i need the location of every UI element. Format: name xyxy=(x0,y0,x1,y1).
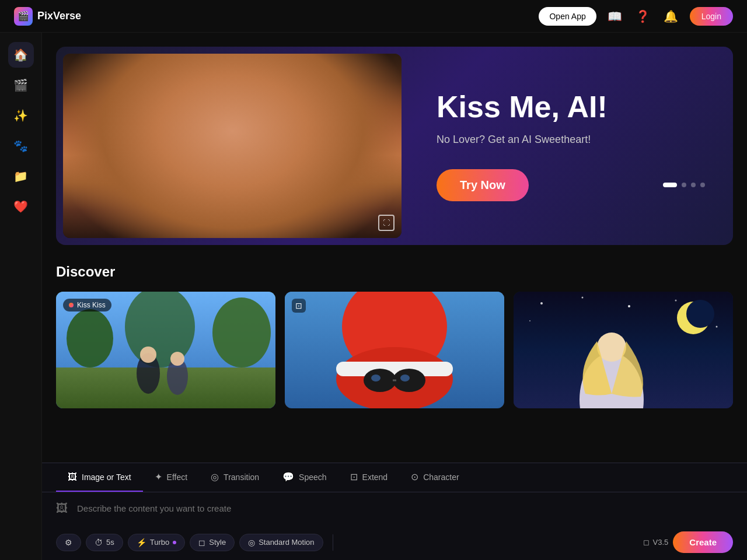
toolbar-bottom-row: ⚙ ⏱ 5s ⚡ Turbo ◻ Style ◎ Standard Motion… xyxy=(42,524,747,560)
toolbar-input-area: 🖼 xyxy=(42,492,747,524)
svg-point-27 xyxy=(686,300,714,328)
hero-banner: ⛶ Kiss Me, AI! No Lover? Get an AI Sweet… xyxy=(56,47,733,245)
image-or-text-icon: 🖼 xyxy=(68,472,77,482)
logo[interactable]: 🎬 PixVerse xyxy=(14,7,81,26)
svg-point-20 xyxy=(582,297,584,299)
settings-button[interactable]: ⚙ xyxy=(56,534,81,551)
tab-speech[interactable]: 💬 Speech xyxy=(271,463,338,492)
card-santa-image xyxy=(285,292,504,408)
card-badge-kiss: Kiss Kiss xyxy=(63,299,111,312)
tab-label-character: Character xyxy=(423,473,459,482)
style-button[interactable]: ◻ Style xyxy=(190,534,235,551)
transition-icon: ◎ xyxy=(211,471,219,482)
logo-text: PixVerse xyxy=(37,10,81,22)
create-button[interactable]: Create xyxy=(673,531,733,553)
turbo-dot xyxy=(173,541,176,544)
sidebar: 🏠 🎬 ✨ 🐾 📁 ❤️ xyxy=(0,33,42,560)
turbo-icon: ⚡ xyxy=(137,538,146,547)
sidebar-item-heart[interactable]: ❤️ xyxy=(8,194,34,219)
try-now-button[interactable]: Try Now xyxy=(437,169,529,201)
carousel-dot-2[interactable] xyxy=(682,183,686,187)
fantasy-svg xyxy=(514,292,733,408)
discover-card-fantasy[interactable] xyxy=(514,292,733,408)
version-display: ◻ V3.5 xyxy=(643,538,669,547)
tab-label-effect: Effect xyxy=(167,473,188,482)
top-nav: 🎬 PixVerse Open App 📖 ❓ 🔔 Login xyxy=(0,0,747,33)
card-extend-icon: ⊡ xyxy=(292,299,306,313)
badge-text: Kiss Kiss xyxy=(77,301,106,309)
turbo-button[interactable]: ⚡ Turbo xyxy=(128,534,185,551)
prompt-input[interactable] xyxy=(77,503,733,513)
help-icon[interactable]: ❓ xyxy=(634,7,652,26)
carousel-dots xyxy=(663,183,705,187)
motion-label: Standard Motion xyxy=(259,538,314,547)
settings-icon: ⚙ xyxy=(65,538,72,547)
sidebar-item-folder[interactable]: 📁 xyxy=(8,163,34,189)
character-icon: ⊙ xyxy=(411,471,418,482)
svg-rect-1 xyxy=(56,368,275,408)
svg-point-2 xyxy=(67,309,113,368)
tab-extend[interactable]: ⊡ Extend xyxy=(338,463,400,492)
carousel-dot-1[interactable] xyxy=(663,183,677,187)
svg-point-6 xyxy=(140,346,156,363)
sidebar-item-sparkle[interactable]: ✨ xyxy=(8,103,34,128)
speech-icon: 💬 xyxy=(282,471,294,482)
open-app-button[interactable]: Open App xyxy=(539,7,596,26)
card-fantasy-image xyxy=(514,292,733,408)
tab-label-speech: Speech xyxy=(299,473,326,482)
carousel-dot-4[interactable] xyxy=(700,183,705,187)
sidebar-item-home[interactable]: 🏠 xyxy=(8,42,34,68)
svg-point-19 xyxy=(540,302,543,304)
tab-label-transition: Transition xyxy=(224,473,259,482)
svg-point-3 xyxy=(212,298,271,368)
tab-label-image-or-text: Image or Text xyxy=(82,473,131,482)
tab-effect[interactable]: ✦ Effect xyxy=(143,463,200,492)
svg-point-13 xyxy=(364,369,396,392)
sidebar-item-video[interactable]: 🎬 xyxy=(8,72,34,98)
discover-card-anime[interactable]: Kiss Kiss xyxy=(56,292,275,408)
hero-subtitle: No Lover? Get an AI Sweetheart! xyxy=(437,134,705,146)
motion-button[interactable]: ◎ Standard Motion xyxy=(239,534,323,551)
svg-point-8 xyxy=(170,352,184,366)
toolbar-divider xyxy=(333,534,333,551)
expand-icon[interactable]: ⛶ xyxy=(378,215,395,231)
tab-character[interactable]: ⊙ Character xyxy=(399,463,470,492)
svg-point-14 xyxy=(393,369,425,392)
svg-point-21 xyxy=(628,305,630,307)
hero-text: Kiss Me, AI! No Lover? Get an AI Sweethe… xyxy=(409,47,733,245)
book-icon[interactable]: 📖 xyxy=(606,7,624,26)
discover-card-santa[interactable]: ⊡ xyxy=(285,292,504,408)
santa-svg xyxy=(285,292,504,408)
carousel-dot-3[interactable] xyxy=(691,183,696,187)
hero-image: ⛶ xyxy=(63,54,402,238)
toolbar-tabs: 🖼 Image or Text ✦ Effect ◎ Transition 💬 … xyxy=(42,463,747,492)
discover-title: Discover xyxy=(56,264,733,280)
duration-icon: ⏱ xyxy=(95,538,103,547)
duration-button[interactable]: ⏱ 5s xyxy=(86,534,123,551)
turbo-label: Turbo xyxy=(150,538,169,547)
effect-icon: ✦ xyxy=(155,471,162,482)
tab-label-extend: Extend xyxy=(362,473,388,482)
svg-rect-12 xyxy=(336,362,453,376)
sidebar-item-pet[interactable]: 🐾 xyxy=(8,133,34,159)
hero-cta: Try Now xyxy=(437,169,705,201)
duration-label: 5s xyxy=(106,538,114,547)
hero-title: Kiss Me, AI! xyxy=(437,90,705,124)
tab-transition[interactable]: ◎ Transition xyxy=(199,463,271,492)
tab-image-or-text[interactable]: 🖼 Image or Text xyxy=(56,463,143,492)
extend-icon: ⊡ xyxy=(350,471,358,482)
input-image-icon: 🖼 xyxy=(56,502,68,515)
notification-icon[interactable]: 🔔 xyxy=(662,7,680,26)
svg-point-17 xyxy=(400,374,410,382)
hero-portrait-bg xyxy=(63,54,402,238)
svg-point-16 xyxy=(371,374,381,382)
motion-icon: ◎ xyxy=(248,538,255,547)
badge-dot xyxy=(69,303,74,307)
svg-point-25 xyxy=(716,326,718,328)
login-button[interactable]: Login xyxy=(690,7,733,26)
style-label: Style xyxy=(209,538,226,547)
topnav-right: Open App 📖 ❓ 🔔 Login xyxy=(539,7,733,26)
svg-point-22 xyxy=(675,300,677,302)
bottom-toolbar: 🖼 Image or Text ✦ Effect ◎ Transition 💬 … xyxy=(42,463,747,560)
svg-point-24 xyxy=(529,320,530,321)
